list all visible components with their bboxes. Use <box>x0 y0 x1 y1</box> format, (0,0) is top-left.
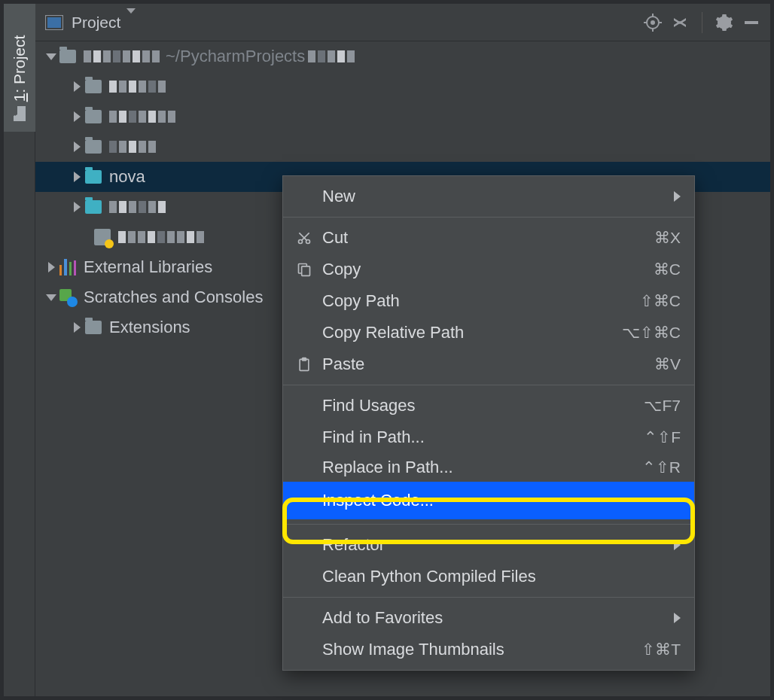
cut-icon <box>292 230 316 245</box>
folder-icon <box>85 170 102 184</box>
chevron-right-icon[interactable] <box>69 138 85 155</box>
folder-icon <box>12 105 27 122</box>
submenu-arrow-icon <box>674 535 681 555</box>
gear-icon[interactable] <box>715 13 734 32</box>
svg-point-3 <box>651 21 654 24</box>
folder-icon <box>85 200 102 214</box>
submenu-arrow-icon <box>674 187 681 206</box>
obscured-text <box>109 81 166 93</box>
sidebar-tab-label: 1: Project <box>11 35 29 102</box>
obscured-text <box>84 50 160 62</box>
divider <box>702 12 702 33</box>
menu-item-copy-relative-path[interactable]: Copy Relative Path ⌥⇧⌘C <box>283 317 694 348</box>
tree-root-path: ~/PycharmProjects <box>166 47 305 66</box>
locate-icon[interactable] <box>643 13 663 32</box>
menu-item-show-thumbnails[interactable]: Show Image Thumbnails ⇧⌘T <box>283 634 694 665</box>
menu-item-shortcut: ⌘V <box>654 355 681 373</box>
menu-item-paste[interactable]: Paste ⌘V <box>283 348 694 380</box>
menu-item-label: Paste <box>322 355 364 374</box>
menu-item-shortcut: ⌘C <box>654 260 681 278</box>
separator <box>283 524 694 525</box>
copy-icon <box>292 262 316 277</box>
scratches-icon <box>59 289 76 306</box>
tree-item-label: Scratches and Consoles <box>84 288 263 307</box>
menu-item-label: Show Image Thumbnails <box>322 640 504 659</box>
view-mode-dropdown[interactable]: Project <box>72 14 136 32</box>
tree-row-folder[interactable] <box>35 132 770 162</box>
paste-icon <box>292 357 316 372</box>
tree-item-label: External Libraries <box>84 257 212 277</box>
tool-window-stripe: 1: Project <box>4 4 35 696</box>
chevron-down-icon <box>126 8 136 31</box>
tree-item-label: nova <box>109 167 145 187</box>
folder-icon <box>85 80 102 93</box>
chevron-down-icon[interactable] <box>43 48 59 65</box>
menu-item-shortcut: ⌃⇧R <box>642 458 681 476</box>
chevron-right-icon[interactable] <box>69 169 85 185</box>
svg-rect-14 <box>302 266 310 276</box>
obscured-text <box>109 141 156 153</box>
folder-icon <box>85 140 102 154</box>
chevron-down-icon[interactable] <box>43 289 59 306</box>
menu-item-refactor[interactable]: Refactor <box>283 529 694 561</box>
svg-rect-1 <box>47 17 61 28</box>
menu-item-clean-python[interactable]: Clean Python Compiled Files <box>283 561 694 592</box>
menu-item-shortcut: ⌥F7 <box>644 397 681 415</box>
folder-icon <box>85 110 102 123</box>
tree-item-label: Extensions <box>109 318 190 337</box>
chevron-right-icon[interactable] <box>69 319 85 336</box>
menu-item-replace-in-path[interactable]: Replace in Path... ⌃⇧R <box>283 453 694 482</box>
libraries-icon <box>59 259 76 275</box>
menu-item-add-to-favorites[interactable]: Add to Favorites <box>283 602 694 634</box>
menu-item-inspect-code[interactable]: Inspect Code... <box>283 482 694 519</box>
hide-icon[interactable] <box>742 13 761 32</box>
menu-item-label: Add to Favorites <box>322 608 443 628</box>
menu-item-label: Copy <box>322 260 361 279</box>
menu-item-shortcut: ⌘X <box>654 229 681 247</box>
menu-item-shortcut: ⇧⌘C <box>640 292 681 310</box>
separator <box>283 385 694 385</box>
folder-icon <box>59 50 76 63</box>
chevron-right-icon[interactable] <box>69 78 85 95</box>
obscured-text <box>118 231 204 243</box>
separator <box>283 597 694 598</box>
menu-item-label: Inspect Code... <box>322 491 434 510</box>
menu-item-copy[interactable]: Copy ⌘C <box>283 254 694 285</box>
menu-item-shortcut: ⌃⇧F <box>644 428 681 446</box>
chevron-right-icon[interactable] <box>69 199 85 215</box>
menu-item-label: New <box>322 187 355 206</box>
context-menu: New Cut ⌘X Copy ⌘C Copy Path ⇧⌘C <box>282 175 695 671</box>
app-frame: 1: Project Project <box>3 3 771 697</box>
application-icon <box>44 13 64 32</box>
svg-rect-16 <box>303 358 306 361</box>
menu-item-cut[interactable]: Cut ⌘X <box>283 222 694 254</box>
menu-item-label: Clean Python Compiled Files <box>322 567 536 586</box>
chevron-right-icon[interactable] <box>43 259 59 275</box>
menu-item-label: Copy Path <box>322 291 400 311</box>
project-toolbar: Project <box>35 4 770 41</box>
submenu-arrow-icon <box>674 608 681 628</box>
chevron-right-icon[interactable] <box>69 108 85 125</box>
menu-item-new[interactable]: New <box>283 181 694 212</box>
obscured-text <box>109 201 166 213</box>
menu-item-label: Refactor <box>322 535 385 555</box>
menu-item-find-usages[interactable]: Find Usages ⌥F7 <box>283 390 694 422</box>
menu-item-label: Copy Relative Path <box>322 323 464 342</box>
tree-row-folder[interactable] <box>35 72 770 102</box>
svg-rect-8 <box>745 21 758 24</box>
menu-item-label: Replace in Path... <box>322 458 453 477</box>
view-mode-label: Project <box>72 14 120 31</box>
tree-row-root[interactable]: ~/PycharmProjects <box>35 41 770 72</box>
sidebar-tab-project[interactable]: 1: Project <box>4 4 35 132</box>
menu-item-label: Find in Path... <box>322 428 425 447</box>
obscured-text <box>308 50 355 62</box>
menu-item-label: Cut <box>322 228 348 248</box>
collapse-all-icon[interactable] <box>670 13 690 32</box>
separator <box>283 217 694 218</box>
tree-row-folder[interactable] <box>35 102 770 132</box>
menu-item-shortcut: ⌥⇧⌘C <box>622 324 681 342</box>
menu-item-shortcut: ⇧⌘T <box>641 641 681 659</box>
menu-item-copy-path[interactable]: Copy Path ⇧⌘C <box>283 285 694 317</box>
menu-item-find-in-path[interactable]: Find in Path... ⌃⇧F <box>283 422 694 453</box>
obscured-text <box>109 111 175 123</box>
